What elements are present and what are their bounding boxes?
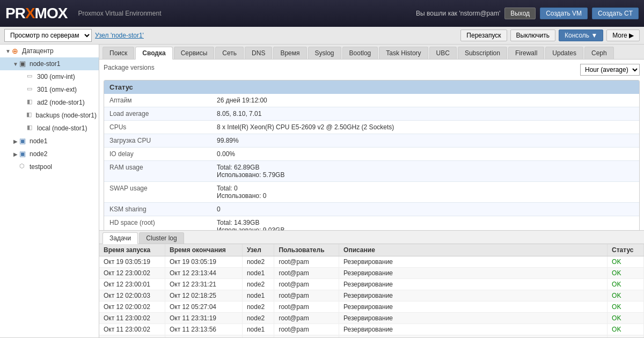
task-cell-user: root@pam (274, 256, 339, 268)
task-cell-start: Окт 11 02:00:03 (99, 335, 165, 338)
tab-ubc[interactable]: UBC (429, 47, 457, 59)
task-cell-desc: Резервирование (339, 324, 608, 335)
tasks-table: Время запуска Время окончания Узел Польз… (99, 244, 644, 337)
node-stor1-label: node-stor1 (30, 60, 60, 68)
tab-services[interactable]: Сервисы (174, 47, 215, 59)
task-cell-node: node2 (242, 256, 274, 268)
bottom-tab-cluster[interactable]: Cluster log (139, 232, 184, 244)
table-row[interactable]: Окт 11 23:00:02Окт 11 23:13:56node1root@… (99, 324, 644, 335)
tab-firewall[interactable]: Firewall (508, 47, 544, 59)
status-row-label: IO delay (104, 148, 211, 161)
task-cell-start: Окт 12 02:00:02 (99, 302, 165, 313)
logo: PRXMOX (5, 5, 67, 22)
node-breadcrumb[interactable]: Узел 'node-stor1' (95, 32, 144, 39)
header-right: Вы вошли как 'nstorm@pam' Выход Создать … (416, 8, 639, 19)
tab-updates[interactable]: Updates (545, 47, 583, 59)
task-cell-user: root@pam (274, 279, 339, 290)
sidebar-item-testpool[interactable]: ⬡ testpool (0, 160, 99, 173)
sidebar-item-node2[interactable]: ▶ ▣ node2 (0, 148, 99, 160)
tab-search[interactable]: Поиск (103, 47, 134, 59)
more-button[interactable]: More ▶ (606, 30, 640, 41)
task-cell-node: node2 (242, 279, 274, 290)
logout-button[interactable]: Выход (504, 8, 536, 19)
tab-subscription[interactable]: Subscription (458, 47, 507, 59)
task-cell-end: Окт 12 02:18:25 (165, 290, 243, 302)
tab-network[interactable]: Сеть (215, 47, 244, 59)
sidebar-item-ad2[interactable]: ◧ ad2 (node-stor1) (0, 96, 99, 109)
sidebar-item-node1[interactable]: ▶ ▣ node1 (0, 135, 99, 148)
shutdown-button[interactable]: Выключить (510, 30, 555, 41)
task-cell-end: Окт 11 02:21:57 (165, 335, 243, 338)
task-cell-status: OK (608, 324, 644, 335)
task-cell-node: node1 (242, 324, 274, 335)
tab-dns[interactable]: DNS (245, 47, 272, 59)
task-cell-desc: Резервирование (339, 335, 608, 338)
task-cell-end: Окт 12 23:31:21 (165, 279, 243, 290)
status-row-value: 8 x Intel(R) Xeon(R) CPU E5-2609 v2 @ 2.… (211, 121, 639, 134)
tab-summary[interactable]: Сводка (135, 47, 172, 60)
sidebar-item-datacenter[interactable]: ▼ ⊕ Датацентр (0, 45, 99, 57)
tab-ceph[interactable]: Ceph (584, 47, 614, 59)
datacenter-label: Датацентр (22, 47, 54, 55)
tasks-tbody: Окт 19 03:05:19Окт 19 03:05:19node2root@… (99, 256, 644, 338)
pool-icon: ⬡ (19, 163, 28, 171)
logo-text: PRXMOX (5, 5, 67, 22)
status-box: Статус Аптайм26 дней 19:12:00Load averag… (104, 80, 640, 230)
header-title: Proxmox Virtual Environment (78, 10, 416, 17)
status-row-label: CPUs (104, 121, 211, 134)
table-row[interactable]: Окт 12 02:00:03Окт 12 02:18:25node1root@… (99, 290, 644, 302)
task-cell-node: node2 (242, 313, 274, 324)
task-cell-desc: Резервирование (339, 279, 608, 290)
node-icon: ▣ (19, 137, 28, 145)
task-cell-node: node2 (242, 302, 274, 313)
sidebar-item-local[interactable]: ◧ local (node-stor1) (0, 122, 99, 135)
task-cell-user: root@pam (274, 324, 339, 335)
create-ct-button[interactable]: Создать CT (592, 8, 639, 19)
task-cell-desc: Резервирование (339, 290, 608, 302)
restart-button[interactable]: Перезапуск (460, 30, 507, 41)
bottom-tab-tasks[interactable]: Задачи (103, 232, 138, 244)
server-select[interactable]: Просмотр по серверам (4, 29, 92, 42)
bottom-panel: Задачи Cluster log Время запуска Время о… (99, 230, 644, 337)
toggle-icon: ▼ (4, 48, 12, 54)
tab-task-history[interactable]: Task History (379, 47, 428, 59)
storage-icon: ◧ (26, 111, 34, 120)
sidebar-item-node-stor1[interactable]: ▼ ▣ node-stor1 (0, 57, 99, 70)
table-row[interactable]: Окт 12 23:00:02Окт 12 23:13:44node1root@… (99, 268, 644, 279)
status-row-value: 0 (211, 203, 639, 216)
task-cell-status: OK (608, 335, 644, 338)
tasks-table-wrap: Время запуска Время окончания Узел Польз… (99, 244, 644, 337)
toolbar: Просмотр по серверам Узел 'node-stor1' П… (0, 27, 644, 45)
task-cell-user: root@pam (274, 302, 339, 313)
task-cell-status: OK (608, 313, 644, 324)
node2-label: node2 (30, 150, 47, 158)
status-header: Статус (104, 80, 639, 94)
task-cell-status: OK (608, 302, 644, 313)
server-icon: ▣ (19, 60, 28, 68)
bottom-tab-bar: Задачи Cluster log (99, 231, 644, 244)
col-user: Пользователь (274, 244, 339, 256)
task-cell-user: root@pam (274, 313, 339, 324)
tab-time[interactable]: Время (273, 47, 306, 59)
task-cell-desc: Резервирование (339, 256, 608, 268)
sidebar: ▼ ⊕ Датацентр ▼ ▣ node-stor1 ▭ 300 (omv-… (0, 45, 99, 337)
console-button[interactable]: Консоль ▼ (559, 30, 603, 41)
tab-syslog[interactable]: Syslog (308, 47, 341, 59)
toggle-icon: ▶ (12, 151, 19, 157)
table-row[interactable]: Окт 12 02:00:02Окт 12 05:27:04node2root@… (99, 302, 644, 313)
hour-select[interactable]: Hour (average) (580, 64, 640, 76)
sidebar-item-301[interactable]: ▭ 301 (omv-ext) (0, 83, 99, 96)
task-cell-user: root@pam (274, 268, 339, 279)
table-row[interactable]: Окт 12 23:00:01Окт 12 23:31:21node2root@… (99, 279, 644, 290)
task-cell-desc: Резервирование (339, 313, 608, 324)
logo-x: X (25, 5, 35, 21)
sidebar-item-backups[interactable]: ◧ backups (node-stor1) (0, 109, 99, 122)
create-vm-button[interactable]: Создать VM (540, 8, 588, 19)
table-row[interactable]: Окт 11 02:00:03Окт 11 02:21:57node1root@… (99, 335, 644, 338)
sidebar-item-300[interactable]: ▭ 300 (omv-int) (0, 70, 99, 83)
tab-bootlog[interactable]: Bootlog (342, 47, 378, 59)
table-row[interactable]: Окт 11 23:00:02Окт 11 23:31:19node2root@… (99, 313, 644, 324)
storage-icon: ◧ (27, 98, 35, 107)
table-row[interactable]: Окт 19 03:05:19Окт 19 03:05:19node2root@… (99, 256, 644, 268)
task-cell-start: Окт 11 23:00:02 (99, 324, 165, 335)
